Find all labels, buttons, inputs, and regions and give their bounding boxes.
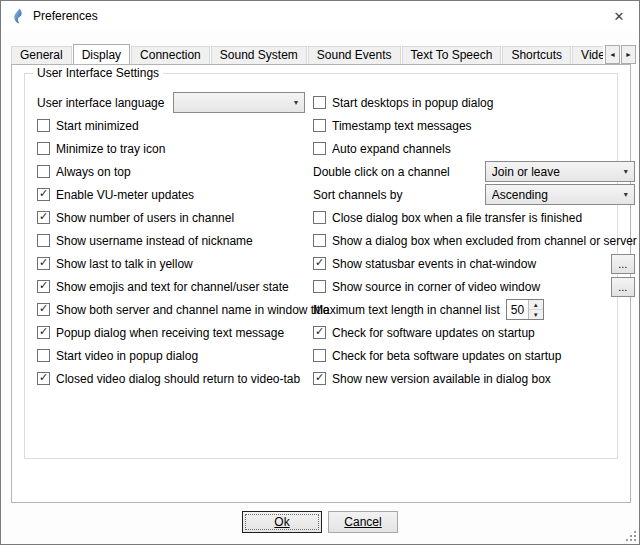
check-icon: ✓ — [39, 188, 48, 199]
combo-selected-value: Ascending — [492, 188, 548, 202]
start-video-in-popup-dialog-row: Start video in popup dialog — [37, 344, 305, 367]
show-last-to-talk-in-yellow-label: Show last to talk in yellow — [56, 257, 193, 271]
start-minimized-checkbox[interactable] — [37, 119, 50, 132]
close-dialog-box-when-a-file-transfer-is-finished-checkbox[interactable] — [313, 211, 326, 224]
show-source-in-corner-of-video-window-row: Show source in corner of video window... — [313, 275, 637, 298]
show-source-in-corner-of-video-window-checkbox[interactable] — [313, 280, 326, 293]
tab-connection[interactable]: Connection — [131, 46, 210, 64]
window-title: Preferences — [33, 9, 98, 23]
show-username-instead-of-nickname-checkbox[interactable] — [37, 234, 50, 247]
minimize-to-tray-icon-label: Minimize to tray icon — [56, 142, 165, 156]
show-a-dialog-box-when-excluded-from-channel-or-server-label: Show a dialog box when excluded from cha… — [332, 234, 637, 248]
show-emojis-and-text-for-channel-user-state-label: Show emojis and text for channel/user st… — [56, 280, 289, 294]
spinner-buttons: ▲▼ — [528, 300, 543, 319]
ok-button[interactable]: Ok — [242, 511, 322, 533]
start-video-in-popup-dialog-label: Start video in popup dialog — [56, 349, 198, 363]
show-number-of-users-in-channel-label: Show number of users in channel — [56, 211, 234, 225]
tab-scroll-left-icon[interactable]: ◄ — [605, 45, 620, 64]
show-username-instead-of-nickname-row: Show username instead of nickname — [37, 229, 305, 252]
check-for-beta-software-updates-on-startup-row: Check for beta software updates on start… — [313, 344, 637, 367]
title-bar[interactable]: Preferences ✕ — [1, 1, 639, 31]
show-new-version-available-in-dialog-box-row: ✓Show new version available in dialog bo… — [313, 367, 637, 390]
check-icon: ✓ — [39, 280, 48, 291]
user-interface-language-row: User interface language▾ — [37, 91, 305, 114]
tab-sound-system[interactable]: Sound System — [211, 46, 307, 64]
tab-sound-events[interactable]: Sound Events — [308, 46, 401, 64]
display-tab-panel: User Interface Settings User interface l… — [11, 64, 631, 503]
close-icon[interactable]: ✕ — [599, 1, 639, 31]
check-icon: ✓ — [39, 303, 48, 314]
popup-dialog-when-receiving-text-message-label: Popup dialog when receiving text message — [56, 326, 284, 340]
show-both-server-and-channel-name-in-window-title-checkbox[interactable]: ✓ — [37, 303, 50, 316]
resize-grip[interactable] — [624, 529, 637, 542]
show-a-dialog-box-when-excluded-from-channel-or-server-checkbox[interactable] — [313, 234, 326, 247]
dialog-buttons: Ok Cancel — [1, 511, 639, 533]
check-for-software-updates-on-startup-checkbox[interactable]: ✓ — [313, 326, 326, 339]
enable-vu-meter-updates-label: Enable VU-meter updates — [56, 188, 194, 202]
check-for-beta-software-updates-on-startup-label: Check for beta software updates on start… — [332, 349, 561, 363]
timestamp-text-messages-row: Timestamp text messages — [313, 114, 637, 137]
tab-video[interactable]: Video — [572, 46, 603, 64]
group-title: User Interface Settings — [33, 66, 163, 80]
tab-shortcuts[interactable]: Shortcuts — [502, 46, 571, 64]
tab-text-to-speech[interactable]: Text To Speech — [402, 46, 502, 64]
show-statusbar-events-in-chat-window-label: Show statusbar events in chat-window — [332, 257, 536, 271]
sort-channels-by-label: Sort channels by — [313, 188, 402, 202]
sort-channels-by-row: Sort channels byAscending▾ — [313, 183, 637, 206]
timestamp-text-messages-checkbox[interactable] — [313, 119, 326, 132]
tab-display[interactable]: Display — [73, 44, 130, 64]
show-new-version-available-in-dialog-box-checkbox[interactable]: ✓ — [313, 372, 326, 385]
show-last-to-talk-in-yellow-checkbox[interactable]: ✓ — [37, 257, 50, 270]
always-on-top-label: Always on top — [56, 165, 131, 179]
left-column: User interface language▾Start minimizedM… — [37, 91, 305, 390]
combo-selected-value: Join or leave — [492, 165, 560, 179]
tab-bar: GeneralDisplayConnectionSound SystemSoun… — [11, 44, 603, 64]
user-interface-language-combobox[interactable]: ▾ — [173, 92, 305, 113]
double-click-on-a-channel-row: Double click on a channelJoin or leave▾ — [313, 160, 637, 183]
always-on-top-checkbox[interactable] — [37, 165, 50, 178]
chevron-down-icon: ▾ — [619, 190, 628, 199]
auto-expand-channels-checkbox[interactable] — [313, 142, 326, 155]
closed-video-dialog-should-return-to-video-tab-checkbox[interactable]: ✓ — [37, 372, 50, 385]
show-number-of-users-in-channel-checkbox[interactable]: ✓ — [37, 211, 50, 224]
tab-scroll: ◄ ► — [604, 45, 636, 64]
check-icon: ✓ — [39, 211, 48, 222]
right-column: Start desktops in popup dialogTimestamp … — [313, 91, 637, 390]
show-source-in-corner-of-video-window-more-button[interactable]: ... — [611, 277, 635, 297]
start-desktops-in-popup-dialog-label: Start desktops in popup dialog — [332, 96, 493, 110]
spin-down-icon[interactable]: ▼ — [529, 310, 543, 319]
user-interface-settings-group: User Interface Settings User interface l… — [24, 73, 618, 459]
check-for-beta-software-updates-on-startup-checkbox[interactable] — [313, 349, 326, 362]
show-statusbar-events-in-chat-window-more-button[interactable]: ... — [611, 254, 635, 274]
tab-scroll-right-icon[interactable]: ► — [621, 45, 636, 64]
check-for-software-updates-on-startup-row: ✓Check for software updates on startup — [313, 321, 637, 344]
spin-up-icon[interactable]: ▲ — [529, 300, 543, 310]
check-icon: ✓ — [315, 326, 324, 337]
start-minimized-row: Start minimized — [37, 114, 305, 137]
cancel-button[interactable]: Cancel — [328, 511, 398, 533]
enable-vu-meter-updates-checkbox[interactable]: ✓ — [37, 188, 50, 201]
show-both-server-and-channel-name-in-window-title-label: Show both server and channel name in win… — [56, 303, 330, 317]
tab-general[interactable]: General — [11, 46, 72, 64]
double-click-on-a-channel-combobox[interactable]: Join or leave▾ — [485, 161, 635, 182]
show-source-in-corner-of-video-window-label: Show source in corner of video window — [332, 280, 540, 294]
sort-channels-by-combobox[interactable]: Ascending▾ — [485, 184, 635, 205]
cancel-button-label: Cancel — [344, 515, 381, 529]
check-icon: ✓ — [315, 257, 324, 268]
show-a-dialog-box-when-excluded-from-channel-or-server-row: Show a dialog box when excluded from cha… — [313, 229, 637, 252]
maximum-text-length-in-channel-list-row: Maximum text length in channel list50▲▼ — [313, 298, 637, 321]
start-video-in-popup-dialog-checkbox[interactable] — [37, 349, 50, 362]
settings-columns: User interface language▾Start minimizedM… — [25, 74, 617, 390]
show-statusbar-events-in-chat-window-checkbox[interactable]: ✓ — [313, 257, 326, 270]
minimize-to-tray-icon-checkbox[interactable] — [37, 142, 50, 155]
auto-expand-channels-label: Auto expand channels — [332, 142, 451, 156]
maximum-text-length-in-channel-list-label: Maximum text length in channel list — [313, 303, 500, 317]
popup-dialog-when-receiving-text-message-checkbox[interactable]: ✓ — [37, 326, 50, 339]
closed-video-dialog-should-return-to-video-tab-label: Closed video dialog should return to vid… — [56, 372, 300, 386]
chevron-down-icon: ▾ — [619, 167, 628, 176]
start-desktops-in-popup-dialog-checkbox[interactable] — [313, 96, 326, 109]
show-statusbar-events-in-chat-window-row: ✓Show statusbar events in chat-window... — [313, 252, 637, 275]
maximum-text-length-in-channel-list-spinner[interactable]: 50▲▼ — [506, 299, 544, 320]
show-emojis-and-text-for-channel-user-state-checkbox[interactable]: ✓ — [37, 280, 50, 293]
start-desktops-in-popup-dialog-row: Start desktops in popup dialog — [313, 91, 637, 114]
